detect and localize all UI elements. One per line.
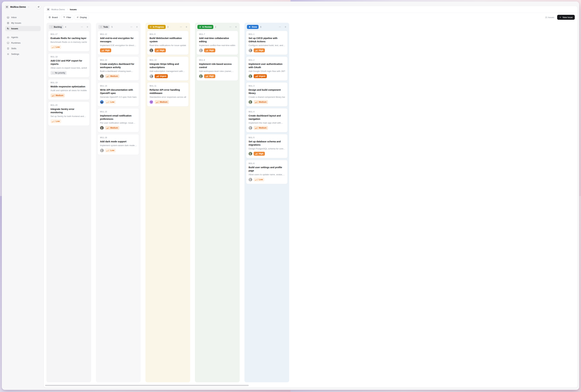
priority-label: High [160, 49, 164, 52]
issue-card[interactable]: MUL-1 Set up CI/CD pipeline with GitHub … [246, 31, 288, 55]
priority-label: No priority [55, 72, 65, 74]
issue-card[interactable]: MUL-14 Write API documentation with Open… [97, 82, 139, 106]
compose-icon [37, 6, 40, 8]
column-more-icon[interactable] [81, 26, 83, 28]
person-silhouette-icon [249, 48, 252, 52]
card-footer: High [149, 48, 186, 52]
display-label: Display [80, 16, 87, 18]
issue-card[interactable]: MUL-19 Mobile responsive optimization Au… [48, 79, 89, 100]
workspace-name: Multica Demo [10, 6, 26, 8]
breadcrumb-workspace[interactable]: Multica Demo [51, 8, 65, 11]
issue-card[interactable]: MUL-4 Create dashboard layout and naviga… [246, 108, 288, 132]
page-title: Issues [70, 8, 77, 11]
column-add-icon[interactable] [235, 26, 237, 28]
board-column-inreview: In Review 2 MUL-7 Add real-time collabor… [195, 23, 240, 196]
main-panel: M Multica Demo Issues Board Filter Displ… [43, 6, 290, 196]
priority-label: Medium [259, 127, 266, 129]
card-title: Refactor API error handling middleware [149, 88, 186, 95]
sidebar-item-my-issues[interactable]: My Issues [5, 20, 41, 26]
card-title: Create analytics dashboard for workspace… [100, 62, 136, 69]
priority-label: Low [55, 120, 60, 122]
issue-card[interactable]: MUL-12 Add end-to-end encryption for mes… [97, 31, 139, 55]
sidebar-item-label: Agents [11, 36, 18, 38]
priority-bars-icon [101, 49, 104, 51]
card-id: MUL-7 [199, 33, 236, 36]
card-id: MUL-1 [249, 33, 285, 36]
issue-card[interactable]: MUL-11 Refactor API error handling middl… [147, 82, 188, 106]
filter-label: Filter [66, 16, 71, 18]
status-pill: In Progress [148, 25, 166, 29]
workspace-row: M Multica Demo [5, 5, 41, 9]
issue-card[interactable]: MUL-9 Build WebSocket notification syste… [147, 31, 188, 55]
board-view-button[interactable]: Board [46, 15, 60, 20]
column-actions [81, 26, 89, 28]
card-description: Implement E2E encryption for direct… [100, 44, 136, 46]
issue-card[interactable]: MUL-17 Evaluate Redis for caching layer … [48, 31, 89, 52]
person-silhouette-icon [100, 126, 104, 130]
column-add-icon[interactable] [284, 26, 287, 28]
column-more-icon[interactable] [279, 26, 281, 28]
display-button[interactable]: Display [74, 15, 89, 20]
column-more-icon[interactable] [130, 26, 133, 28]
card-title: Build WebSocket notification system [149, 36, 186, 43]
status-icon [50, 26, 53, 28]
issue-card[interactable]: MUL-3 Design and build component library… [246, 82, 288, 106]
sidebar-item-skills[interactable]: Skills [5, 46, 41, 51]
priority-badge: Medium [50, 94, 65, 98]
card-description: Generate OpenAPI 3.0 spec from handl… [100, 96, 136, 98]
status-pill: In Review [197, 25, 213, 29]
avatar [149, 100, 153, 104]
column-more-icon[interactable] [229, 26, 232, 28]
person-silhouette-icon [249, 152, 252, 156]
priority-bars-icon [107, 127, 109, 129]
priority-bars-icon [255, 178, 258, 180]
column-add-icon[interactable] [86, 26, 89, 28]
issue-card[interactable]: MUL-10 Integrate Stripe billing and subs… [147, 56, 188, 81]
issue-card[interactable]: MUL-8 Implement role-based access contro… [197, 56, 238, 81]
priority-bars-icon [156, 49, 159, 51]
sliders-icon [76, 16, 79, 18]
card-description: Standardize error responses across all… [149, 96, 186, 98]
card-footer: Urgent [149, 74, 186, 78]
filter-button[interactable]: Filter [61, 15, 73, 20]
chevron-down-icon [28, 6, 29, 8]
card-footer: Medium [100, 74, 136, 78]
priority-label: Medium [160, 101, 167, 103]
priority-bars-icon [107, 101, 109, 103]
priority-badge: High [254, 152, 265, 156]
sidebar-item-settings[interactable]: Settings [5, 52, 41, 56]
issue-card[interactable]: MUL-6 Build user settings and profile pa… [246, 160, 288, 184]
card-description: Add Google OAuth login flow with JWT… [249, 70, 285, 72]
board-view-label: Board [52, 16, 58, 18]
column-more-icon[interactable] [180, 26, 182, 28]
issue-card[interactable]: MUL-15 Implement email notification pref… [97, 108, 139, 132]
card-description: Add subscription management with… [149, 70, 186, 72]
issue-card[interactable]: MUL-16 Add dark mode support Implement s… [97, 134, 139, 155]
priority-badge: — No priority [50, 71, 67, 75]
issue-card[interactable]: MUL-20 Integrate Sentry error monitoring… [48, 102, 89, 126]
card-title: Set up database schema and migrations [249, 140, 285, 146]
sidebar: M Multica Demo Inbox My Issues [2, 2, 43, 196]
issue-card[interactable]: MUL-7 Add real-time collaborative editin… [197, 31, 238, 55]
status-pill: Backlog [49, 25, 63, 29]
card-id: MUL-19 [50, 82, 87, 84]
issue-card[interactable]: MUL-13 Create analytics dashboard for wo… [97, 56, 139, 81]
column-header: Done 6 [246, 24, 288, 31]
sidebar-item-inbox[interactable]: Inbox [5, 15, 41, 20]
issue-card[interactable]: MUL-2 Implement user authentication with… [246, 56, 288, 81]
column-add-icon[interactable] [136, 26, 138, 28]
column-count: 6 [260, 26, 261, 28]
workspace-switcher[interactable]: M Multica Demo [5, 5, 29, 9]
sidebar-item-label: Skills [11, 47, 16, 50]
priority-badge: Medium [254, 100, 268, 104]
compose-button[interactable] [36, 5, 41, 9]
column-header: In Review 2 [197, 24, 238, 31]
sidebar-item-issues[interactable]: Issues [5, 26, 41, 31]
issue-card[interactable]: MUL-5 Set up database schema and migrati… [246, 134, 288, 158]
issue-card[interactable]: MUL-18 Add CSV and PDF export for report… [48, 53, 89, 77]
sidebar-item-runtimes[interactable]: Runtimes [5, 40, 41, 46]
card-title: Evaluate Redis for caching layer [50, 36, 87, 40]
column-add-icon[interactable] [185, 26, 188, 28]
sidebar-item-agents[interactable]: Agents [5, 35, 41, 40]
chevron-right-icon [66, 8, 68, 10]
